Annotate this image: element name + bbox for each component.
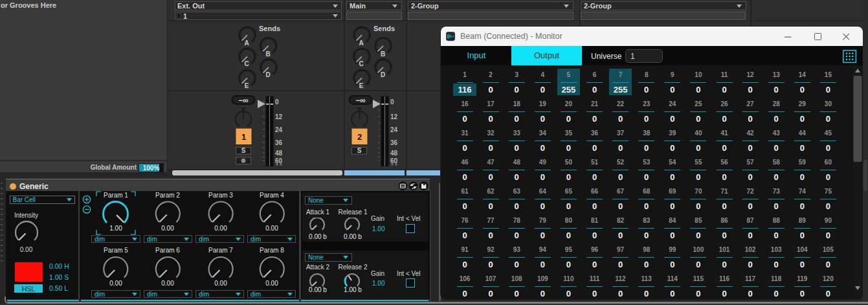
svg-text:1: 1 <box>241 132 246 142</box>
svg-text:2: 2 <box>357 132 362 142</box>
svg-text:B: B <box>381 51 385 58</box>
svg-text:60: 60 <box>390 157 398 164</box>
svg-text:24: 24 <box>390 126 398 133</box>
svg-text:B: B <box>265 51 270 58</box>
svg-text:−∞: −∞ <box>238 96 249 105</box>
svg-text:0: 0 <box>390 98 394 106</box>
svg-text:0: 0 <box>275 98 279 106</box>
svg-text:D: D <box>265 71 270 78</box>
svg-text:48: 48 <box>390 150 398 157</box>
svg-text:36: 36 <box>275 139 283 146</box>
svg-text:S: S <box>241 147 246 154</box>
svg-text:−∞: −∞ <box>355 96 366 105</box>
svg-text:Sends: Sends <box>259 25 280 32</box>
svg-text:A: A <box>359 40 363 47</box>
svg-text:12: 12 <box>390 113 398 120</box>
svg-text:12: 12 <box>275 113 283 120</box>
svg-text:Sends: Sends <box>373 25 395 32</box>
svg-text:D: D <box>381 71 385 78</box>
svg-text:E: E <box>245 82 249 89</box>
svg-text:S: S <box>357 147 362 154</box>
svg-text:48: 48 <box>275 150 283 157</box>
svg-text:A: A <box>244 40 249 47</box>
svg-text:24: 24 <box>275 126 283 133</box>
svg-text:C: C <box>359 60 363 67</box>
svg-text:36: 36 <box>390 139 398 146</box>
svg-text:E: E <box>359 82 364 89</box>
svg-text:60: 60 <box>275 157 283 164</box>
svg-text:C: C <box>244 60 249 67</box>
